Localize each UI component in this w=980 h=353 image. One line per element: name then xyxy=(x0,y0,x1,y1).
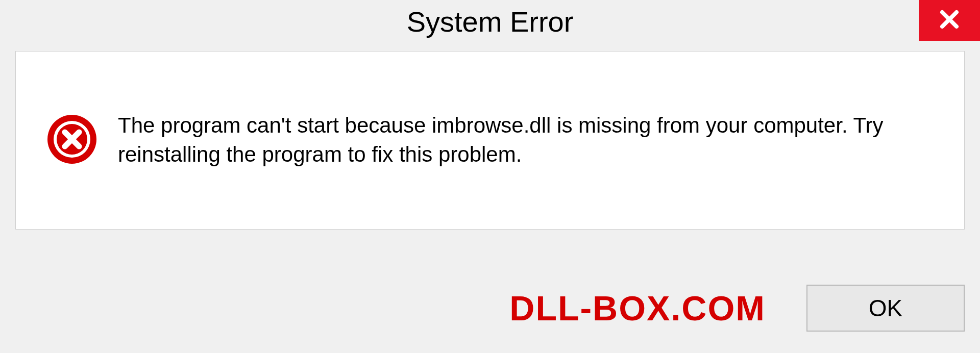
titlebar: System Error xyxy=(0,0,980,51)
error-icon xyxy=(46,114,97,167)
dialog-content: The program can't start because imbrowse… xyxy=(15,51,965,230)
ok-button[interactable]: OK xyxy=(806,285,965,332)
error-message: The program can't start because imbrowse… xyxy=(118,111,934,169)
close-icon xyxy=(937,7,962,34)
ok-button-label: OK xyxy=(869,294,902,322)
close-button[interactable] xyxy=(919,0,980,41)
dialog-footer: DLL-BOX.COM OK xyxy=(509,285,965,332)
dialog-title: System Error xyxy=(407,5,574,38)
watermark-text: DLL-BOX.COM xyxy=(509,288,766,328)
